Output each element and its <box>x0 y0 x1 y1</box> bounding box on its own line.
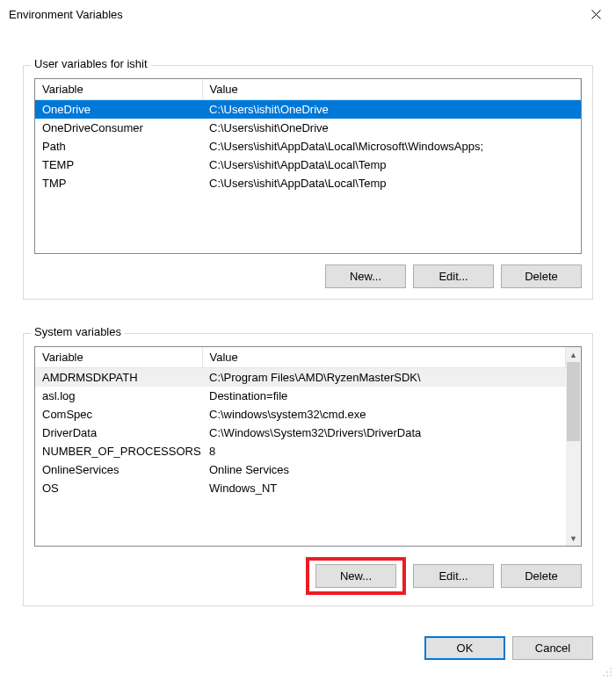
cell-variable: Path <box>35 137 202 156</box>
system-edit-button[interactable]: Edit... <box>413 564 494 588</box>
cell-variable: NUMBER_OF_PROCESSORS <box>35 442 202 460</box>
system-variables-table[interactable]: Variable Value AMDRMSDKPATHC:\Program Fi… <box>34 346 582 547</box>
cell-variable: OneDriveConsumer <box>35 119 202 137</box>
cell-variable: TEMP <box>35 156 202 174</box>
svg-point-4 <box>606 675 608 677</box>
close-icon <box>591 10 601 19</box>
system-delete-button[interactable]: Delete <box>501 564 582 588</box>
cell-value: C:\Users\ishit\AppData\Local\Temp <box>202 174 581 192</box>
user-delete-button[interactable]: Delete <box>501 264 582 288</box>
cell-value: Online Services <box>202 460 566 479</box>
scrollbar[interactable]: ▲ ▼ <box>566 347 581 546</box>
svg-point-5 <box>610 675 612 677</box>
user-variables-table[interactable]: Variable Value OneDriveC:\Users\ishit\On… <box>34 78 582 254</box>
user-edit-button[interactable]: Edit... <box>413 264 494 288</box>
cell-variable: OS <box>35 479 202 497</box>
cell-value: C:\Users\ishit\OneDrive <box>202 119 581 137</box>
table-row[interactable]: asl.logDestination=file <box>35 387 566 405</box>
scroll-up-icon[interactable]: ▲ <box>566 347 581 362</box>
titlebar: Environment Variables <box>0 0 616 28</box>
column-header-variable[interactable]: Variable <box>35 79 202 100</box>
table-row[interactable]: TMPC:\Users\ishit\AppData\Local\Temp <box>35 174 581 192</box>
cancel-button[interactable]: Cancel <box>512 636 593 660</box>
svg-point-1 <box>606 671 608 673</box>
system-new-button[interactable]: New... <box>315 564 396 588</box>
table-row[interactable]: AMDRMSDKPATHC:\Program Files\AMD\RyzenMa… <box>35 368 566 388</box>
svg-point-3 <box>603 675 605 677</box>
cell-value: C:\Program Files\AMD\RyzenMasterSDK\ <box>202 368 566 388</box>
table-row[interactable]: OneDriveC:\Users\ishit\OneDrive <box>35 100 581 120</box>
table-row[interactable]: ComSpecC:\windows\system32\cmd.exe <box>35 405 566 424</box>
table-row[interactable]: NUMBER_OF_PROCESSORS8 <box>35 442 566 460</box>
resize-grip-icon[interactable] <box>602 667 612 677</box>
cell-value: 8 <box>202 442 566 460</box>
user-variables-label: User variables for ishit <box>31 57 151 70</box>
cell-variable: OnlineServices <box>35 460 202 479</box>
table-row[interactable]: TEMPC:\Users\ishit\AppData\Local\Temp <box>35 156 581 174</box>
column-header-value[interactable]: Value <box>202 79 581 100</box>
cell-variable: TMP <box>35 174 202 192</box>
user-new-button[interactable]: New... <box>325 264 406 288</box>
window-title: Environment Variables <box>9 8 123 21</box>
svg-point-2 <box>610 671 612 673</box>
table-row[interactable]: DriverDataC:\Windows\System32\Drivers\Dr… <box>35 424 566 442</box>
cell-value: Destination=file <box>202 387 566 405</box>
scroll-down-icon[interactable]: ▼ <box>566 531 581 546</box>
table-row[interactable]: OSWindows_NT <box>35 479 566 497</box>
cell-variable: asl.log <box>35 387 202 405</box>
column-header-variable[interactable]: Variable <box>35 347 202 368</box>
table-row[interactable]: OneDriveConsumerC:\Users\ishit\OneDrive <box>35 119 581 137</box>
cell-value: C:\Users\ishit\OneDrive <box>202 100 581 120</box>
table-row[interactable]: PathC:\Users\ishit\AppData\Local\Microso… <box>35 137 581 156</box>
ok-button[interactable]: OK <box>424 636 505 660</box>
user-variables-group: User variables for ishit Variable Value … <box>23 65 593 300</box>
system-variables-group: System variables Variable Value AMDRMSDK… <box>23 333 593 606</box>
cell-value: C:\windows\system32\cmd.exe <box>202 405 566 424</box>
system-variables-label: System variables <box>31 325 125 338</box>
cell-variable: OneDrive <box>35 100 202 120</box>
scroll-thumb[interactable] <box>567 362 580 441</box>
close-button[interactable] <box>576 0 616 28</box>
cell-variable: AMDRMSDKPATH <box>35 368 202 388</box>
cell-variable: DriverData <box>35 424 202 442</box>
new-button-highlight: New... <box>306 557 406 595</box>
cell-value: Windows_NT <box>202 479 566 497</box>
cell-value: C:\Users\ishit\AppData\Local\Temp <box>202 156 581 174</box>
cell-variable: ComSpec <box>35 405 202 424</box>
svg-point-0 <box>610 668 612 670</box>
cell-value: C:\Users\ishit\AppData\Local\Microsoft\W… <box>202 137 581 156</box>
column-header-value[interactable]: Value <box>202 347 566 368</box>
table-row[interactable]: OnlineServicesOnline Services <box>35 460 566 479</box>
cell-value: C:\Windows\System32\Drivers\DriverData <box>202 424 566 442</box>
